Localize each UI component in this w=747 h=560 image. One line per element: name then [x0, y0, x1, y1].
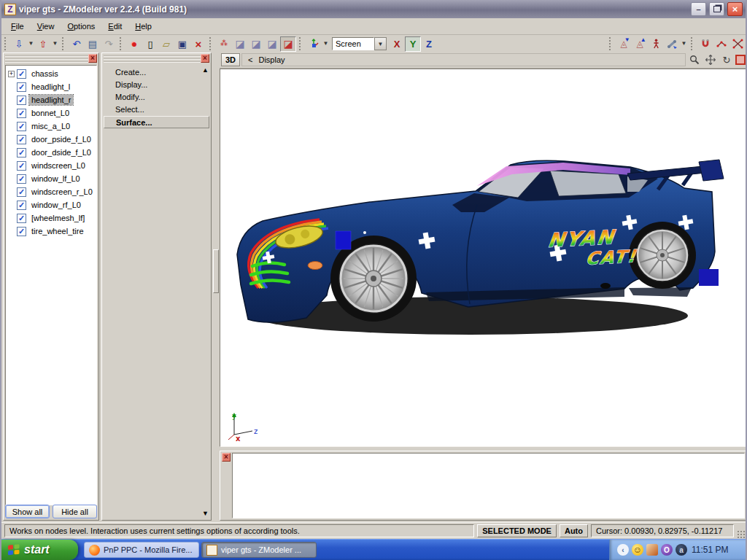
scene-node-row[interactable]: + ✓ door_dside_f_L0 [6, 146, 96, 159]
edges-level-button[interactable]: ◪ [232, 36, 248, 52]
gizmo-mode-button[interactable] [306, 36, 322, 52]
command-item[interactable]: Create... [104, 66, 209, 79]
rotate-view-button[interactable]: ↻ [719, 53, 734, 66]
node-visibility-checkbox[interactable]: ✓ [17, 201, 26, 210]
break-vertices-button[interactable] [729, 36, 746, 52]
close-button[interactable]: × [727, 2, 743, 16]
viewport-3d[interactable]: NYAN CAT! y x z [220, 69, 747, 447]
snap-magnet-button[interactable] [697, 36, 713, 52]
selected-mode-indicator[interactable]: SELECTED MODE [477, 524, 557, 537]
open-file-button[interactable]: ▱ [158, 36, 174, 52]
node-visibility-checkbox[interactable]: ✓ [17, 187, 26, 197]
scene-node-row[interactable]: + ✓ bonnet_L0 [6, 106, 96, 120]
scene-node-row[interactable]: + ✓ [wheelmesh_lf] [6, 211, 96, 225]
faces-level-button[interactable]: ◪ [264, 36, 280, 52]
menu-item[interactable]: Edit [101, 20, 128, 33]
menu-item[interactable]: Options [61, 20, 101, 33]
coord-space-combo[interactable]: Screen ▼ [332, 37, 387, 50]
node-visibility-checkbox[interactable]: ✓ [17, 148, 26, 158]
tray-chevron-button[interactable]: ‹ [617, 544, 629, 556]
node-visibility-checkbox[interactable]: ✓ [17, 227, 26, 236]
taskbar-task[interactable]: PnP PPC - Mozilla Fire... [84, 542, 199, 558]
walk-mode-button[interactable] [648, 36, 664, 52]
scene-node-row[interactable]: + ✓ headlight_r [6, 93, 96, 106]
node-visibility-checkbox[interactable]: ✓ [17, 161, 26, 171]
node-visibility-checkbox[interactable]: ✓ [17, 214, 26, 223]
restore-button[interactable] [709, 2, 724, 16]
show-all-button[interactable]: Show all [5, 505, 50, 518]
panel-splitter[interactable] [212, 52, 218, 521]
hide-all-button[interactable]: Hide all [53, 505, 97, 518]
scene-node-row[interactable]: + ✓ headlight_l [6, 80, 96, 93]
export-button[interactable]: ⇧ [35, 36, 51, 52]
axis-x-button[interactable]: X [389, 36, 405, 52]
export-dropdown-icon[interactable]: ▼ [51, 36, 59, 52]
taskbar-task[interactable]: viper gts - ZModeler ... [201, 542, 317, 558]
zoom-tool-button[interactable] [687, 53, 702, 66]
node-visibility-checkbox[interactable]: ✓ [17, 82, 26, 92]
combo-dropdown-icon[interactable]: ▼ [374, 37, 387, 50]
breadcrumb[interactable]: < Display [241, 53, 686, 66]
expander-icon[interactable]: + [8, 71, 15, 77]
maximize-viewport-button[interactable] [735, 55, 746, 65]
scene-node-row[interactable]: + ✓ door_pside_f_L0 [6, 133, 96, 146]
node-visibility-checkbox[interactable]: ✓ [17, 96, 26, 105]
command-item[interactable]: Surface... [104, 116, 209, 128]
undo-button[interactable]: ↶ [69, 36, 85, 52]
scene-node-row[interactable]: + ✓ tire_wheel_tire [6, 225, 96, 238]
scene-node-row[interactable]: + ✓ windscreen_r_L0 [6, 185, 96, 198]
paint-tray-icon[interactable] [646, 544, 658, 556]
drop-down-tool-button[interactable]: ◬▼ [616, 36, 632, 52]
scene-node-row[interactable]: + ✓ misc_a_L0 [6, 120, 96, 133]
bones-tool-button[interactable] [664, 36, 680, 52]
start-button[interactable]: start [1, 540, 78, 560]
splitter-handle[interactable] [213, 249, 219, 293]
scroll-down-icon[interactable]: ▼ [202, 510, 209, 517]
polygons-level-button[interactable]: ◪ [248, 36, 264, 52]
scene-node-row[interactable]: + ✓ window_lf_L0 [6, 172, 96, 185]
node-visibility-checkbox[interactable]: ✓ [17, 122, 26, 131]
command-item[interactable]: Display... [104, 79, 209, 91]
menu-item[interactable]: View [31, 20, 61, 33]
node-visibility-checkbox[interactable]: ✓ [17, 69, 26, 79]
delete-button[interactable]: × [190, 36, 206, 52]
scene-node-row[interactable]: + ✓ chassis [6, 67, 96, 80]
scene-node-row[interactable]: + ✓ window_rf_L0 [6, 198, 96, 211]
vertices-level-button[interactable]: ⁂ [216, 36, 232, 52]
panel-close-button[interactable]: × [201, 54, 209, 63]
resize-grip[interactable] [737, 530, 746, 539]
history-log-button[interactable]: ▤ [85, 36, 101, 52]
menu-item[interactable]: File [4, 20, 31, 33]
objects-level-button[interactable]: ◪ [280, 36, 296, 52]
minimize-button[interactable]: – [691, 2, 706, 16]
redo-button[interactable]: ↷ [101, 36, 117, 52]
panel-close-button[interactable]: × [88, 54, 97, 63]
panel-header-grip[interactable]: × [104, 54, 209, 63]
breadcrumb-back-icon[interactable]: < [248, 55, 252, 64]
command-item[interactable]: Select... [104, 104, 209, 116]
app-tray-icon[interactable]: a [676, 544, 687, 556]
axis-y-button[interactable]: Y [405, 36, 421, 52]
import-button[interactable]: ⇩ [11, 36, 27, 52]
breadcrumb-label[interactable]: Display [258, 55, 285, 64]
menu-item[interactable]: Help [128, 20, 158, 33]
pan-tool-button[interactable] [703, 53, 718, 66]
weld-vertices-button[interactable] [713, 36, 729, 52]
gizmo-dropdown-icon[interactable]: ▼ [322, 36, 330, 52]
auto-toggle[interactable]: Auto [560, 524, 588, 537]
scene-node-row[interactable]: + ✓ windscreen_L0 [6, 159, 96, 172]
node-visibility-checkbox[interactable]: ✓ [17, 174, 26, 184]
view-mode-button[interactable]: 3D [221, 53, 240, 66]
node-visibility-checkbox[interactable]: ✓ [17, 135, 26, 144]
save-file-button[interactable]: ▣ [174, 36, 190, 52]
import-dropdown-icon[interactable]: ▼ [27, 36, 35, 52]
output-close-button[interactable]: × [222, 453, 231, 462]
browser-tray-icon[interactable]: O [661, 544, 673, 556]
messenger-tray-icon[interactable]: ☺ [632, 544, 643, 556]
axis-z-button[interactable]: Z [421, 36, 437, 52]
node-visibility-checkbox[interactable]: ✓ [17, 109, 26, 118]
new-file-button[interactable]: ▯ [142, 36, 158, 52]
material-sphere-button[interactable]: ● [126, 36, 142, 52]
bones-dropdown-icon[interactable]: ▼ [680, 36, 688, 52]
raise-up-tool-button[interactable]: ◬▲ [632, 36, 648, 52]
